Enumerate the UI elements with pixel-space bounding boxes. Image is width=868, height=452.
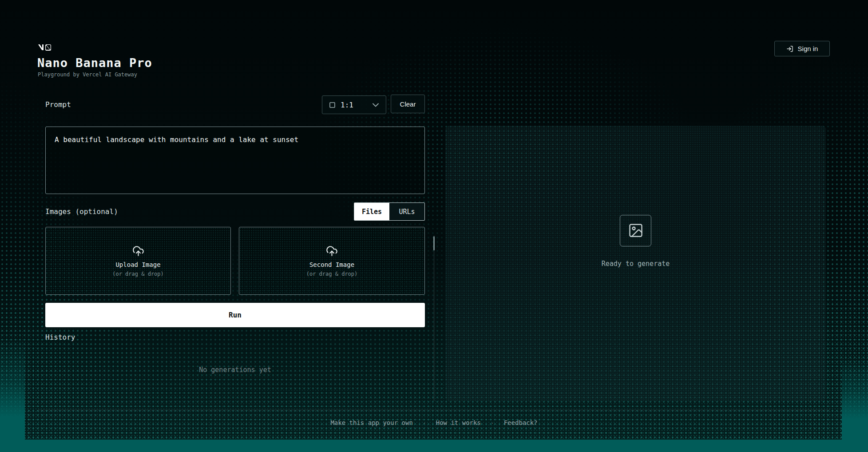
sign-in-label: Sign in <box>798 45 818 52</box>
footer-separator: · <box>491 420 494 426</box>
v0-logo-icon <box>38 44 52 51</box>
upload-slot-hint: (or drag & drop) <box>112 271 164 277</box>
page-background: Nano Banana Pro Playground by Vercel AI … <box>0 0 868 452</box>
image-icon <box>628 222 644 238</box>
aspect-ratio-select[interactable]: 1:1 <box>322 95 386 114</box>
run-button[interactable]: Run <box>45 303 425 327</box>
history-label: History <box>45 333 75 341</box>
panel-resize-divider[interactable] <box>434 235 434 401</box>
aspect-ratio-value: 1:1 <box>341 101 353 109</box>
cloud-upload-icon <box>326 245 338 257</box>
image-placeholder-box <box>620 215 651 246</box>
page-subtitle: Playground by Vercel AI Gateway <box>38 71 137 78</box>
chevron-down-icon <box>373 103 379 107</box>
teal-bottom-bar <box>0 440 868 452</box>
images-section-label: Images (optional) <box>45 207 118 216</box>
footer: Make this app your own · How it works · … <box>0 419 868 426</box>
sign-in-button[interactable]: Sign in <box>774 41 830 56</box>
square-aspect-icon <box>329 102 335 108</box>
page-title: Nano Banana Pro <box>37 56 152 70</box>
teal-edge-right <box>842 357 868 440</box>
upload-slot-title: Second Image <box>309 261 354 268</box>
footer-link-feedback[interactable]: Feedback? <box>504 419 538 426</box>
prompt-textarea[interactable]: A beautiful landscape with mountains and… <box>45 127 425 194</box>
log-in-icon <box>786 45 793 52</box>
footer-divider <box>37 410 830 410</box>
footer-link-make-this-app[interactable]: Make this app your own <box>330 419 412 426</box>
history-empty-message: No generations yet <box>45 366 425 374</box>
second-image-dropzone[interactable]: Second Image (or drag & drop) <box>239 227 425 295</box>
upload-image-dropzone[interactable]: Upload Image (or drag & drop) <box>45 227 231 295</box>
footer-link-how-it-works[interactable]: How it works <box>436 419 481 426</box>
output-placeholder: Ready to generate <box>602 215 670 268</box>
prompt-label: Prompt <box>45 100 71 109</box>
output-panel: Ready to generate <box>445 126 826 401</box>
output-status-text: Ready to generate <box>602 260 670 268</box>
tab-files[interactable]: Files <box>354 203 389 220</box>
tab-urls[interactable]: URLs <box>389 203 424 220</box>
image-source-toggle: Files URLs <box>354 202 425 221</box>
footer-separator: · <box>423 420 426 426</box>
upload-slot-hint: (or drag & drop) <box>306 271 358 277</box>
clear-button[interactable]: Clear <box>391 95 425 113</box>
cloud-upload-icon <box>132 245 144 257</box>
divider-drag-handle[interactable] <box>433 236 435 250</box>
upload-slot-title: Upload Image <box>115 261 160 268</box>
